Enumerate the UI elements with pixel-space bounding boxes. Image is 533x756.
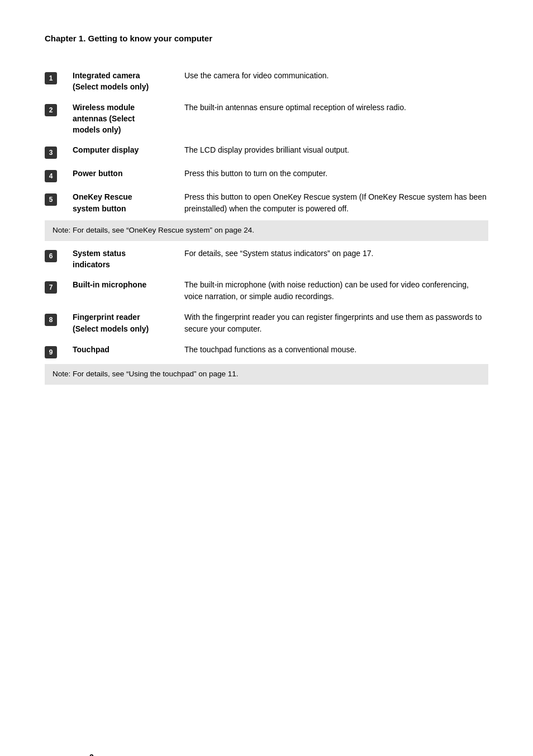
note1-text: For details, see “OneKey Rescue system” … [70, 226, 254, 234]
badge-col: 5 [45, 191, 73, 206]
badge-col: 3 [45, 144, 73, 159]
items-group-1: 1Integrated camera (Select models only)U… [45, 65, 488, 219]
badge-col: 6 [45, 248, 73, 262]
number-badge: 3 [45, 147, 57, 159]
number-badge: 5 [45, 193, 57, 206]
component-name: Power button [73, 168, 184, 179]
component-description: For details, see “System status indicato… [184, 248, 488, 259]
component-row: 2Wireless module antennas (Select models… [45, 97, 488, 140]
component-row: 4Power buttonPress this button to turn o… [45, 163, 488, 187]
component-name: Built-in microphone [73, 279, 184, 290]
component-description: With the fingerprint reader you can regi… [184, 311, 488, 335]
component-row: 6System status indicatorsFor details, se… [45, 243, 488, 275]
number-badge: 9 [45, 346, 57, 358]
component-description: Press this button to open OneKey Rescue … [184, 191, 488, 215]
badge-col: 7 [45, 279, 73, 294]
badge-col: 4 [45, 168, 73, 182]
component-description: Press this button to turn on the compute… [184, 168, 488, 179]
badge-col: 2 [45, 102, 73, 116]
component-name: Touchpad [73, 344, 184, 355]
items-group-2: 6System status indicatorsFor details, se… [45, 243, 488, 363]
number-badge: 7 [45, 281, 57, 294]
component-description: The built-in microphone (with noise redu… [184, 279, 488, 303]
number-badge: 2 [45, 104, 57, 116]
component-name: Fingerprint reader (Select models only) [73, 311, 184, 334]
badge-col: 9 [45, 344, 73, 358]
component-name: Computer display [73, 144, 184, 155]
note-block-1: Note: For details, see “OneKey Rescue sy… [45, 220, 488, 240]
note1-label: Note: [53, 226, 70, 234]
component-row: 1Integrated camera (Select models only)U… [45, 65, 488, 97]
note-block-2: Note: For details, see “Using the touchp… [45, 364, 488, 384]
component-row: 3Computer displayThe LCD display provide… [45, 140, 488, 163]
component-row: 5OneKey Rescue system buttonPress this b… [45, 187, 488, 219]
component-name: System status indicators [73, 248, 184, 271]
note2-label: Note: [53, 370, 70, 378]
number-badge: 8 [45, 314, 57, 326]
badge-col: 8 [45, 311, 73, 326]
page-container: Chapter 1. Getting to know your computer… [45, 34, 488, 756]
component-description: The built-in antennas ensure optimal rec… [184, 102, 488, 114]
component-name: Integrated camera (Select models only) [73, 70, 184, 93]
chapter-title: Chapter 1. Getting to know your computer [45, 34, 488, 43]
number-badge: 4 [45, 170, 57, 182]
component-description: Use the camera for video communication. [184, 70, 488, 82]
component-row: 8Fingerprint reader (Select models only)… [45, 307, 488, 339]
page-number: 2 [89, 753, 94, 756]
badge-col: 1 [45, 70, 73, 84]
component-name: Wireless module antennas (Select models … [73, 102, 184, 136]
component-row: 9TouchpadThe touchpad functions as a con… [45, 339, 488, 363]
note2-text: For details, see “Using the touchpad” on… [70, 370, 238, 378]
component-description: The LCD display provides brilliant visua… [184, 144, 488, 156]
number-badge: 6 [45, 250, 57, 262]
component-name: OneKey Rescue system button [73, 191, 184, 214]
component-row: 7Built-in microphoneThe built-in microph… [45, 275, 488, 307]
component-description: The touchpad functions as a conventional… [184, 344, 488, 356]
number-badge: 1 [45, 72, 57, 84]
